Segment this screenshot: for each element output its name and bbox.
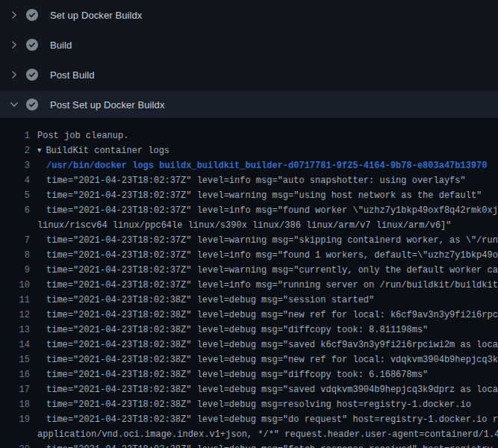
line-text: time="2021-04-23T18:02:37Z" level=info m…: [46, 278, 498, 293]
step-row[interactable]: Set up Docker Buildx: [0, 0, 498, 30]
line-number[interactable]: 18: [0, 397, 30, 412]
line-number[interactable]: 13: [0, 323, 30, 337]
check-circle-icon: [26, 99, 38, 111]
line-number[interactable]: 9: [0, 263, 30, 278]
step-label: Build: [50, 40, 72, 51]
chevron-right-icon[interactable]: [9, 40, 19, 50]
line-text: time="2021-04-23T18:02:37Z" level=warnin…: [46, 188, 482, 203]
line-number[interactable]: 20: [0, 442, 30, 448]
log-line: 1 Post job cleanup.: [0, 128, 498, 143]
log-line: 19 time="2021-04-23T18:02:38Z" level=deb…: [0, 412, 498, 427]
step-label: Post Set up Docker Buildx: [50, 99, 165, 111]
step-row[interactable]: Build: [0, 30, 498, 60]
line-text-content: time="2021-04-23T18:02:37Z" level=warnin…: [46, 233, 498, 248]
line-text: time="2021-04-23T18:02:37Z" level=info m…: [46, 173, 466, 188]
log-line: 5 time="2021-04-23T18:02:37Z" level=warn…: [0, 188, 498, 203]
line-text-content: linux/riscv64 linux/ppc64le linux/s390x …: [37, 218, 452, 233]
log-line: linux/riscv64 linux/ppc64le linux/s390x …: [0, 218, 498, 233]
triangle-down-icon[interactable]: ▼: [37, 143, 41, 158]
log-line: 4 time="2021-04-23T18:02:37Z" level=info…: [0, 173, 498, 188]
check-circle-icon: [26, 39, 38, 51]
log-line: 16 time="2021-04-23T18:02:38Z" level=deb…: [0, 367, 498, 382]
line-text-content: time="2021-04-23T18:02:37Z" level=warnin…: [46, 263, 498, 278]
steps-list: Set up Docker Buildx Build P: [0, 0, 498, 118]
line-text: time="2021-04-23T18:02:38Z" level=debug …: [46, 308, 498, 323]
line-number[interactable]: 1: [0, 128, 30, 143]
log-line: 8 time="2021-04-23T18:02:37Z" level=info…: [0, 248, 498, 263]
line-text-content: time="2021-04-23T18:02:38Z" level=debug …: [46, 308, 498, 323]
line-text-content: time="2021-04-23T18:02:38Z" level=debug …: [46, 442, 498, 448]
line-text-content: time="2021-04-23T18:02:37Z" level=info m…: [46, 173, 466, 188]
line-text: Post job cleanup.: [37, 128, 128, 143]
line-number[interactable]: 16: [0, 367, 30, 382]
line-number[interactable]: 7: [0, 233, 30, 248]
log-line: 3 /usr/bin/docker logs buildx_buildkit_b…: [0, 158, 498, 173]
chevron-right-icon[interactable]: [9, 69, 19, 80]
log-line: 13 time="2021-04-23T18:02:38Z" level=deb…: [0, 323, 498, 337]
line-text: time="2021-04-23T18:02:38Z" level=debug …: [46, 352, 498, 367]
line-text: time="2021-04-23T18:02:38Z" level=debug …: [46, 337, 498, 352]
step-label: Post Build: [50, 69, 95, 81]
line-number[interactable]: 12: [0, 308, 30, 323]
line-text: time="2021-04-23T18:02:38Z" level=debug …: [46, 323, 428, 337]
line-number[interactable]: 11: [0, 293, 30, 308]
step-row[interactable]: Post Set up Docker Buildx: [0, 91, 498, 118]
chevron-down-icon[interactable]: [9, 99, 19, 110]
log-line: 10 time="2021-04-23T18:02:37Z" level=inf…: [0, 278, 498, 293]
log-line: 14 time="2021-04-23T18:02:38Z" level=deb…: [0, 337, 498, 352]
log-line: 9 time="2021-04-23T18:02:37Z" level=warn…: [0, 263, 498, 278]
line-text-content: time="2021-04-23T18:02:38Z" level=debug …: [46, 397, 471, 412]
log-panel: 1 Post job cleanup. 2 ▼BuildKit containe…: [0, 118, 498, 448]
line-text-content: time="2021-04-23T18:02:38Z" level=debug …: [46, 352, 498, 367]
line-number[interactable]: 3: [0, 158, 30, 173]
line-text: time="2021-04-23T18:02:38Z" level=debug …: [46, 367, 428, 382]
check-circle-icon: [26, 69, 38, 81]
line-text: time="2021-04-23T18:02:38Z" level=debug …: [46, 412, 498, 427]
line-text-content: Post job cleanup.: [37, 128, 128, 143]
step-label: Set up Docker Buildx: [50, 10, 142, 21]
line-number[interactable]: 4: [0, 173, 30, 188]
step-row[interactable]: Post Build: [0, 60, 498, 90]
log-line: 12 time="2021-04-23T18:02:38Z" level=deb…: [0, 308, 498, 323]
line-number[interactable]: 8: [0, 248, 30, 263]
line-text-content: time="2021-04-23T18:02:38Z" level=debug …: [46, 412, 498, 427]
log-line: 6 time="2021-04-23T18:02:37Z" level=info…: [0, 203, 498, 218]
log-line: 7 time="2021-04-23T18:02:37Z" level=warn…: [0, 233, 498, 248]
line-text: /usr/bin/docker logs buildx_buildkit_bui…: [46, 158, 488, 173]
line-number[interactable]: 5: [0, 188, 30, 203]
line-text: time="2021-04-23T18:02:37Z" level=warnin…: [46, 263, 498, 278]
log-line: 2 ▼BuildKit container logs: [0, 143, 498, 158]
line-number[interactable]: [0, 427, 30, 442]
line-text: time="2021-04-23T18:02:38Z" level=debug …: [46, 293, 374, 308]
line-number[interactable]: 2: [0, 143, 30, 158]
line-text: time="2021-04-23T18:02:38Z" level=debug …: [46, 442, 498, 448]
line-text: linux/riscv64 linux/ppc64le linux/s390x …: [37, 218, 452, 233]
chevron-right-icon[interactable]: [9, 10, 19, 20]
line-text-content: /usr/bin/docker logs buildx_buildkit_bui…: [46, 158, 488, 173]
line-text: time="2021-04-23T18:02:38Z" level=debug …: [46, 397, 471, 412]
log-line: 15 time="2021-04-23T18:02:38Z" level=deb…: [0, 352, 498, 367]
line-number[interactable]: 15: [0, 352, 30, 367]
line-number[interactable]: 17: [0, 382, 30, 397]
line-text: time="2021-04-23T18:02:37Z" level=info m…: [46, 203, 498, 218]
line-number[interactable]: 6: [0, 203, 30, 218]
line-text: time="2021-04-23T18:02:38Z" level=debug …: [46, 382, 498, 397]
line-number[interactable]: [0, 218, 30, 233]
check-circle-icon: [26, 9, 38, 21]
line-text: time="2021-04-23T18:02:37Z" level=info m…: [46, 248, 498, 263]
line-text-content: time="2021-04-23T18:02:38Z" level=debug …: [46, 367, 428, 382]
line-text-content: time="2021-04-23T18:02:37Z" level=info m…: [46, 278, 498, 293]
line-number[interactable]: 19: [0, 412, 30, 427]
line-number[interactable]: 10: [0, 278, 30, 293]
line-text: application/vnd.oci.image.index.v1+json,…: [37, 427, 498, 442]
line-text-content: time="2021-04-23T18:02:38Z" level=debug …: [46, 337, 498, 352]
log-line: 17 time="2021-04-23T18:02:38Z" level=deb…: [0, 382, 498, 397]
log-line: application/vnd.oci.image.index.v1+json,…: [0, 427, 498, 442]
line-text-content: time="2021-04-23T18:02:37Z" level=warnin…: [46, 188, 482, 203]
line-number[interactable]: 14: [0, 337, 30, 352]
log-line: 18 time="2021-04-23T18:02:38Z" level=deb…: [0, 397, 498, 412]
log-line: 11 time="2021-04-23T18:02:38Z" level=deb…: [0, 293, 498, 308]
line-text-content: BuildKit container logs: [46, 143, 169, 158]
line-text-content: application/vnd.oci.image.index.v1+json,…: [37, 427, 498, 442]
line-text-content: time="2021-04-23T18:02:37Z" level=info m…: [46, 203, 498, 218]
